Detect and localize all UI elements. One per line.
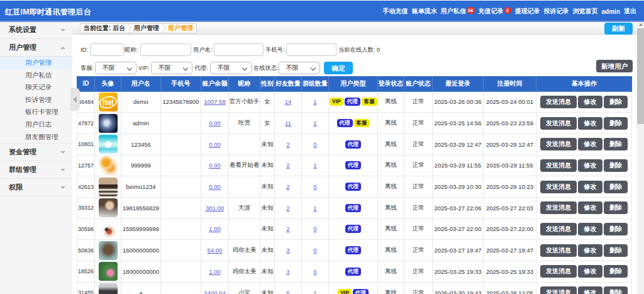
svg-text:itel: itel (103, 98, 113, 106)
